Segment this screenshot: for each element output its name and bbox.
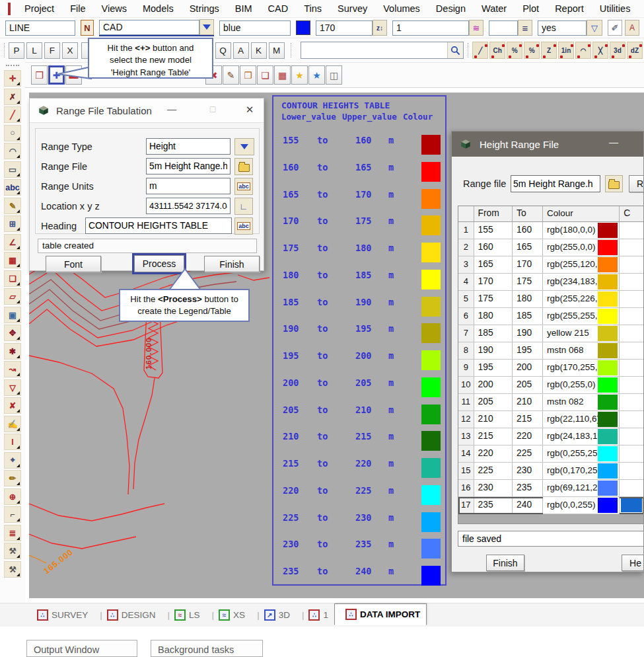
dropdown-button[interactable] bbox=[234, 138, 254, 155]
sidebar-tool-button[interactable]: ✏ bbox=[4, 470, 21, 486]
from-cell[interactable]: 220 bbox=[474, 445, 513, 463]
row-number-cell[interactable]: 16 bbox=[458, 480, 474, 497]
sidebar-tool-button[interactable]: ╱ bbox=[4, 106, 21, 123]
dialog-title-bar[interactable]: Height Range File — bbox=[452, 132, 643, 157]
from-cell[interactable]: 205 bbox=[474, 394, 513, 411]
sidebar-tool-button[interactable]: ✥ bbox=[4, 325, 21, 341]
measure-icon[interactable]: dZ bbox=[627, 42, 643, 59]
menu-item[interactable]: BIM bbox=[227, 3, 260, 14]
menu-item[interactable]: Survey bbox=[330, 3, 375, 14]
sidebar-tool-button[interactable]: ≣ bbox=[4, 525, 21, 541]
menu-item[interactable]: File bbox=[62, 3, 93, 14]
row-number-cell[interactable]: 9 bbox=[458, 360, 474, 377]
colour-cell[interactable]: rgb(255,120,0) bbox=[543, 256, 620, 274]
colour-swatch[interactable] bbox=[598, 412, 618, 427]
snap-button[interactable]: A bbox=[233, 42, 249, 59]
view-button[interactable]: ✎ bbox=[223, 65, 239, 85]
table-row[interactable]: 11 205 210 mstn 082 bbox=[458, 394, 644, 411]
comment-cell[interactable] bbox=[620, 480, 644, 497]
comment-cell[interactable] bbox=[620, 256, 644, 274]
colour-swatch[interactable] bbox=[296, 20, 310, 35]
table-row[interactable]: 6 180 185 rgb(255,255,0) bbox=[458, 308, 644, 325]
colour-swatch[interactable] bbox=[598, 395, 618, 410]
menu-item[interactable]: Report bbox=[547, 3, 592, 14]
colour-cell[interactable]: rgb(24,183,151) bbox=[543, 428, 620, 445]
cad-text-input[interactable] bbox=[5, 20, 75, 36]
row-number-cell[interactable]: 7 bbox=[458, 325, 474, 342]
menu-item[interactable]: Plot bbox=[515, 3, 547, 14]
style-input[interactable] bbox=[489, 20, 518, 36]
close-icon[interactable]: ✕ bbox=[240, 104, 260, 116]
menu-item[interactable]: Design bbox=[428, 3, 474, 14]
view-tab[interactable]: | ∴ 1 bbox=[296, 605, 334, 625]
table-row[interactable]: 10 200 205 rgb(0,255,0) bbox=[458, 377, 644, 394]
table-row[interactable]: 12 210 215 rgb(22,110,6) bbox=[458, 411, 644, 428]
search-icon[interactable] bbox=[447, 42, 463, 58]
size-input[interactable] bbox=[392, 20, 469, 36]
to-cell[interactable]: 190 bbox=[513, 325, 543, 342]
row-number-cell[interactable]: 8 bbox=[458, 342, 474, 360]
header-cell[interactable]: C bbox=[620, 206, 644, 222]
sidebar-tool-button[interactable]: ✛ bbox=[4, 70, 21, 87]
row-number-cell[interactable]: 6 bbox=[458, 308, 474, 325]
linestyle-bars-icon[interactable]: ≡ bbox=[518, 20, 532, 36]
sidebar-grip[interactable] bbox=[6, 65, 19, 66]
row-number-cell[interactable]: 14 bbox=[458, 445, 474, 463]
header-cell[interactable] bbox=[458, 206, 474, 222]
sidebar-tool-button[interactable]: ▽ bbox=[4, 379, 21, 396]
sidebar-tool-button[interactable]: ∠ bbox=[4, 234, 21, 251]
colour-swatch[interactable] bbox=[598, 377, 618, 393]
range-file-input[interactable] bbox=[146, 158, 231, 174]
view-tab[interactable]: | ≈ XS bbox=[206, 605, 252, 625]
header-cell[interactable]: From bbox=[474, 206, 513, 222]
comment-cell[interactable] bbox=[620, 342, 644, 360]
output-window-panel[interactable]: Output Window bbox=[26, 640, 137, 657]
model-dropdown-icon[interactable] bbox=[199, 19, 214, 35]
table-row[interactable]: 17 235 240 rgb(0,0,255) bbox=[458, 497, 644, 514]
sidebar-tool-button[interactable]: ✍ bbox=[4, 416, 21, 432]
table-row[interactable]: 5 175 180 rgb(255,226,11) bbox=[458, 291, 644, 308]
table-row[interactable]: 13 215 220 rgb(24,183,151) bbox=[458, 428, 644, 445]
row-number-cell[interactable]: 11 bbox=[458, 394, 474, 411]
view-button[interactable]: ★ bbox=[291, 65, 308, 85]
to-cell[interactable]: 230 bbox=[513, 463, 543, 480]
menu-item[interactable]: CAD bbox=[260, 3, 297, 14]
clipped-toolbar-icon[interactable]: A bbox=[625, 20, 639, 36]
colour-cell[interactable]: rgb(180,0,0) bbox=[543, 222, 620, 239]
background-tasks-panel[interactable]: Background tasks bbox=[151, 640, 263, 657]
table-row[interactable]: 8 190 195 mstn 068 bbox=[458, 342, 644, 360]
row-number-cell[interactable]: 1 bbox=[458, 222, 474, 239]
comment-cell[interactable] bbox=[620, 308, 644, 325]
view-tab[interactable]: | ≈ LS bbox=[162, 605, 206, 625]
range-type-input[interactable] bbox=[146, 138, 231, 155]
abc-edit-button[interactable]: abc bbox=[234, 178, 253, 195]
view-tab[interactable]: | ↗ 3D bbox=[251, 605, 296, 625]
to-cell[interactable]: 200 bbox=[513, 360, 543, 377]
colour-cell[interactable]: mstn 068 bbox=[543, 342, 620, 360]
pick-xyz-button[interactable]: ∟ bbox=[234, 198, 253, 215]
measure-icon[interactable]: Ch bbox=[489, 42, 505, 59]
sidebar-tool-button[interactable]: ✘ bbox=[4, 397, 21, 414]
sidebar-tool-button[interactable]: ◠ bbox=[4, 143, 21, 159]
colour-cell[interactable]: rgb(22,110,6) bbox=[543, 411, 620, 428]
table-row[interactable]: 3 165 170 rgb(255,120,0) bbox=[458, 256, 644, 274]
table-row[interactable]: 14 220 225 rgb(0,255,255) bbox=[458, 445, 644, 463]
to-cell[interactable]: 160 bbox=[513, 222, 543, 239]
abc-edit-button[interactable]: abc bbox=[234, 217, 253, 235]
menu-item[interactable]: Models bbox=[135, 3, 182, 14]
from-cell[interactable]: 165 bbox=[474, 256, 513, 274]
sidebar-tool-button[interactable]: ↝ bbox=[4, 361, 21, 377]
colour-swatch[interactable] bbox=[598, 257, 618, 272]
to-cell[interactable]: 195 bbox=[513, 342, 543, 360]
colour-swatch[interactable] bbox=[598, 481, 618, 496]
snap-button[interactable]: L bbox=[26, 42, 42, 59]
to-cell[interactable]: 205 bbox=[513, 377, 543, 394]
colour-swatch[interactable] bbox=[598, 223, 618, 238]
comment-cell[interactable] bbox=[620, 377, 644, 394]
comment-cell[interactable] bbox=[620, 394, 644, 411]
comment-cell[interactable] bbox=[620, 428, 644, 445]
from-cell[interactable]: 155 bbox=[474, 222, 513, 239]
row-number-cell[interactable]: 17 bbox=[458, 497, 474, 514]
to-cell[interactable]: 170 bbox=[513, 256, 543, 274]
comment-cell[interactable] bbox=[620, 411, 644, 428]
